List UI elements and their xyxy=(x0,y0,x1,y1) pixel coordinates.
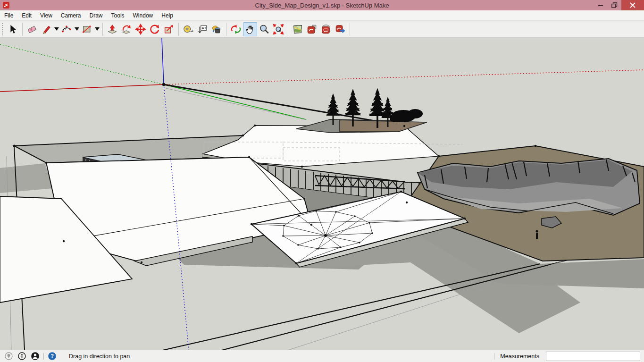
statusbar-separator xyxy=(494,353,494,360)
restore-down-icon xyxy=(611,2,618,8)
menu-window[interactable]: Window xyxy=(129,11,158,20)
menu-help[interactable]: Help xyxy=(157,11,177,20)
tape-measure-icon xyxy=(183,24,194,35)
pencil-line-icon xyxy=(41,24,52,35)
dropdown-arrow-icon xyxy=(75,27,79,31)
tape-measure-tool-button[interactable] xyxy=(181,22,195,36)
3d-warehouse-button[interactable] xyxy=(305,22,319,36)
statusbar-separator xyxy=(43,353,44,360)
back-edge xyxy=(164,84,405,126)
tiny-figure xyxy=(536,230,538,239)
move-tool-button[interactable] xyxy=(134,22,148,36)
rotate-icon xyxy=(149,24,160,35)
viewport-canvas[interactable] xyxy=(0,38,644,350)
move-icon xyxy=(135,24,146,35)
eraser-tool-button[interactable] xyxy=(25,22,39,36)
minimize-icon xyxy=(598,3,603,8)
toolbar-separator xyxy=(350,23,350,36)
statusbar: ? Drag in direction to pan Measurements xyxy=(0,350,644,362)
push-pull-tool-button[interactable] xyxy=(105,22,119,36)
arc-tool-button[interactable] xyxy=(59,22,74,36)
toolbar-separator xyxy=(288,23,288,36)
window-title: City_Side_Map_Design_v1.skp - SketchUp M… xyxy=(0,2,644,9)
menu-draw[interactable]: Draw xyxy=(85,11,107,20)
blue-axis-solid xyxy=(162,38,164,84)
status-hint: Drag in direction to pan xyxy=(69,353,130,360)
help-icon[interactable]: ? xyxy=(48,352,57,361)
toolbar-separator xyxy=(178,23,179,36)
toolbar: A1 xyxy=(0,21,644,38)
select-cursor-icon xyxy=(7,24,18,35)
pan-hand-icon xyxy=(244,24,256,35)
measurements-label: Measurements xyxy=(500,353,539,360)
red-axis-solid xyxy=(0,84,164,92)
pan-tool-button[interactable] xyxy=(243,22,257,36)
text-icon: A1 xyxy=(197,24,208,35)
menu-edit[interactable]: Edit xyxy=(17,11,36,20)
scale-icon xyxy=(163,24,175,35)
dropdown-arrow-icon xyxy=(54,27,59,31)
zoom-tool-button[interactable] xyxy=(257,22,271,36)
menubar: File Edit View Camera Draw Tools Window … xyxy=(0,10,644,21)
text-tool-button[interactable]: A1 xyxy=(195,22,209,36)
follow-me-icon xyxy=(121,24,132,35)
share-model-icon xyxy=(320,24,332,35)
extension-warehouse-button[interactable] xyxy=(333,22,347,36)
restore-button[interactable] xyxy=(608,0,621,10)
follow-me-tool-button[interactable] xyxy=(119,22,134,36)
viewport[interactable] xyxy=(0,38,644,350)
zoom-extents-tool-button[interactable] xyxy=(271,22,285,36)
eraser-icon xyxy=(26,24,38,35)
scale-tool-button[interactable] xyxy=(162,22,176,36)
menu-file[interactable]: File xyxy=(0,11,17,20)
geolocation-icon[interactable] xyxy=(4,352,13,361)
toolbar-grip[interactable] xyxy=(1,23,4,35)
extension-warehouse-icon xyxy=(335,24,346,35)
toolbar-separator xyxy=(102,23,103,36)
measurements-input[interactable] xyxy=(546,352,640,361)
red-axis-dotted xyxy=(164,70,644,84)
zoom-magnifier-icon xyxy=(259,24,270,35)
paint-bucket-icon xyxy=(211,24,222,35)
toolbar-separator xyxy=(22,23,23,36)
credits-icon[interactable] xyxy=(17,352,26,361)
orbit-icon xyxy=(230,24,242,35)
svg-text:A1: A1 xyxy=(202,26,207,30)
zoom-extents-icon xyxy=(273,24,284,35)
dropdown-arrow-icon xyxy=(95,27,100,31)
3d-warehouse-icon xyxy=(306,24,318,35)
push-pull-icon xyxy=(107,24,118,35)
arc-dropdown-button[interactable] xyxy=(74,22,80,36)
add-location-map-icon xyxy=(292,24,303,35)
menu-view[interactable]: View xyxy=(36,11,57,20)
line-dropdown-button[interactable] xyxy=(53,22,59,36)
back-edge-profile xyxy=(166,88,307,120)
toolbar-separator xyxy=(226,23,226,36)
svg-text:?: ? xyxy=(50,353,54,359)
orbit-tool-button[interactable] xyxy=(229,22,243,36)
rotate-tool-button[interactable] xyxy=(148,22,162,36)
titlebar: City_Side_Map_Design_v1.skp - SketchUp M… xyxy=(0,0,644,10)
rectangle-icon xyxy=(81,24,92,35)
rectangle-tool-button[interactable] xyxy=(80,22,94,36)
bush xyxy=(390,109,423,122)
add-location-button[interactable] xyxy=(291,22,305,36)
rectangle-dropdown-button[interactable] xyxy=(94,22,100,36)
green-axis-dotted xyxy=(0,44,164,84)
sign-in-icon[interactable] xyxy=(31,352,40,361)
close-icon xyxy=(630,2,636,8)
green-axis-solid xyxy=(164,84,306,119)
paint-bucket-tool-button[interactable] xyxy=(209,22,224,36)
line-tool-button[interactable] xyxy=(39,22,53,36)
axes-origin xyxy=(162,83,165,86)
arc-icon xyxy=(61,24,72,35)
minimize-button[interactable] xyxy=(594,0,608,10)
close-button[interactable] xyxy=(621,0,644,10)
share-model-button[interactable] xyxy=(319,22,333,36)
menu-camera[interactable]: Camera xyxy=(57,11,85,20)
menu-tools[interactable]: Tools xyxy=(107,11,129,20)
select-tool-button[interactable] xyxy=(6,22,20,36)
